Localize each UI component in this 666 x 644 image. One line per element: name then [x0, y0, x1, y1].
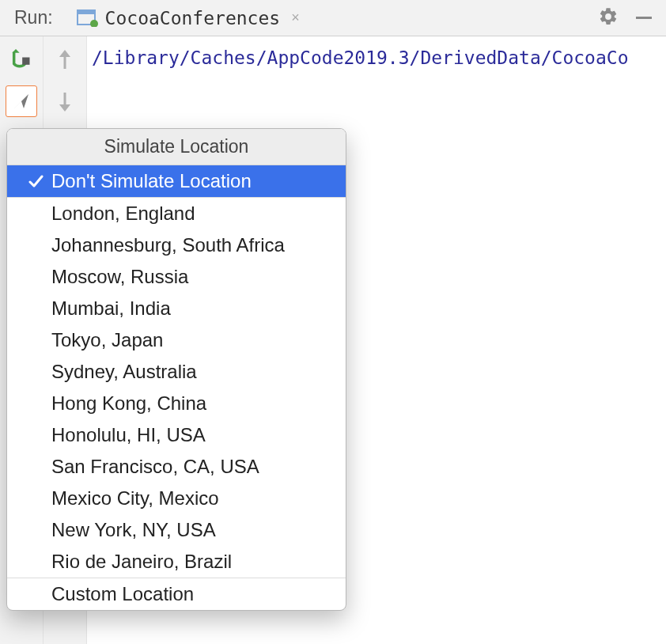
menu-item-location[interactable]: San Francisco, CA, USA — [7, 451, 346, 483]
check-placeholder — [25, 235, 47, 256]
menu-item-label: Custom Location — [51, 583, 335, 605]
run-label: Run: — [14, 7, 53, 28]
run-tab-label: CocoaConferences — [105, 8, 281, 28]
menu-item-location[interactable]: London, England — [7, 198, 346, 229]
menu-item-location[interactable]: Moscow, Russia — [7, 261, 346, 293]
check-placeholder — [25, 488, 47, 509]
check-placeholder — [25, 584, 47, 604]
run-panel-titlebar: Run: CocoaConferences × — [0, 0, 666, 36]
menu-item-label: Johannesburg, South Africa — [51, 234, 335, 256]
menu-item-location[interactable]: Johannesburg, South Africa — [7, 229, 346, 261]
check-placeholder — [25, 267, 47, 287]
svg-rect-1 — [78, 10, 95, 14]
menu-item-location[interactable]: New York, NY, USA — [7, 514, 346, 546]
menu-item-label: Rio de Janeiro, Brazil — [51, 551, 335, 573]
menu-item-label: London, England — [51, 203, 335, 225]
check-placeholder — [25, 551, 47, 572]
simulate-location-menu: Simulate Location Don't Simulate Locatio… — [6, 128, 346, 611]
svg-marker-5 — [14, 94, 28, 108]
menu-item-location[interactable]: Tokyo, Japan — [7, 324, 346, 356]
menu-item-label: New York, NY, USA — [51, 519, 335, 541]
gear-icon[interactable] — [598, 6, 619, 29]
svg-point-2 — [90, 20, 98, 27]
menu-item-location[interactable]: Mexico City, Mexico — [7, 483, 346, 514]
run-tab[interactable]: CocoaConferences × — [70, 3, 306, 33]
down-button[interactable] — [49, 85, 81, 117]
menu-item-label: Don't Simulate Location — [51, 170, 335, 192]
menu-item-label: Mumbai, India — [51, 297, 335, 320]
check-placeholder — [25, 330, 47, 350]
svg-marker-7 — [59, 50, 70, 57]
menu-item-label: Moscow, Russia — [51, 266, 335, 288]
menu-item-label: Honolulu, HI, USA — [51, 424, 335, 446]
check-placeholder — [25, 298, 47, 319]
menu-item-location[interactable]: Honolulu, HI, USA — [7, 419, 346, 451]
menu-item-label: Mexico City, Mexico — [51, 487, 335, 510]
check-placeholder — [25, 362, 47, 382]
svg-marker-3 — [12, 49, 19, 53]
menu-header: Simulate Location — [7, 129, 346, 165]
run-config-icon — [77, 9, 99, 27]
menu-item-label: Tokyo, Japan — [51, 329, 335, 351]
minimize-icon[interactable] — [636, 17, 652, 19]
check-icon — [25, 171, 47, 191]
check-placeholder — [25, 203, 47, 224]
menu-item-dont-simulate[interactable]: Don't Simulate Location — [7, 165, 346, 197]
check-placeholder — [25, 456, 47, 477]
check-placeholder — [25, 393, 47, 414]
menu-item-location[interactable]: Sydney, Australia — [7, 356, 346, 388]
menu-item-custom-location[interactable]: Custom Location — [7, 578, 346, 610]
menu-item-location[interactable]: Hong Kong, China — [7, 388, 346, 419]
console-path: /Library/Caches/AppCode2019.3/DerivedDat… — [92, 47, 629, 68]
svg-rect-4 — [22, 58, 29, 65]
menu-item-label: Hong Kong, China — [51, 392, 335, 415]
menu-item-location[interactable]: Mumbai, India — [7, 293, 346, 324]
rerun-button[interactable] — [6, 44, 37, 76]
menu-item-label: Sydney, Australia — [51, 361, 335, 383]
menu-item-location[interactable]: Rio de Janeiro, Brazil — [7, 546, 346, 578]
svg-marker-9 — [59, 104, 70, 112]
close-icon[interactable]: × — [291, 9, 300, 26]
check-placeholder — [25, 425, 47, 445]
simulate-location-button[interactable] — [6, 85, 37, 117]
up-button[interactable] — [49, 44, 81, 76]
menu-item-label: San Francisco, CA, USA — [51, 456, 335, 478]
check-placeholder — [25, 520, 47, 540]
